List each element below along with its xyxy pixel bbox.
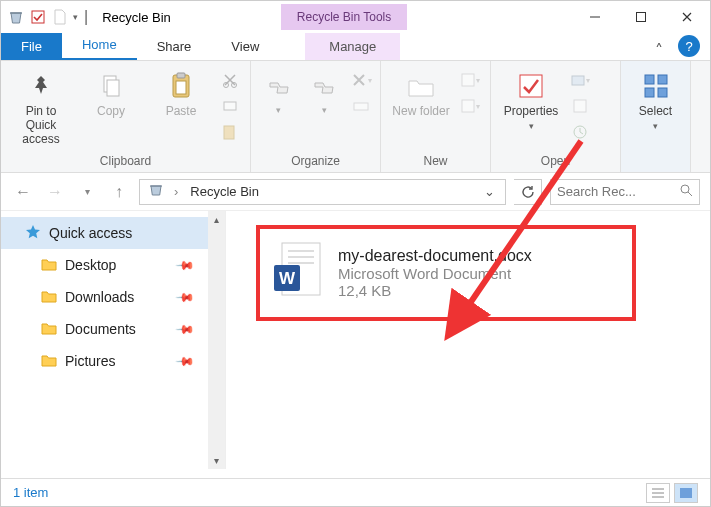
open-icon[interactable]: ▾ (569, 69, 591, 91)
tab-view[interactable]: View (211, 33, 279, 60)
folder-icon (41, 289, 57, 306)
qat-separator: | (84, 8, 88, 26)
pin-icon: 📌 (175, 319, 196, 340)
details-view-button[interactable] (646, 483, 670, 503)
copy-to-button[interactable]: ▾ (305, 65, 345, 115)
sidebar-item-desktop[interactable]: Desktop 📌 (1, 249, 225, 281)
tab-home[interactable]: Home (62, 31, 137, 60)
word-document-icon: W (272, 241, 324, 305)
copy-path-icon[interactable] (219, 95, 241, 117)
content-pane[interactable]: W my-dearest-document.docx Microsoft Wor… (226, 211, 710, 469)
forward-button[interactable]: → (43, 180, 67, 204)
group-label-select (629, 166, 682, 170)
folder-icon (41, 321, 57, 338)
window-controls (572, 1, 710, 33)
svg-rect-11 (224, 126, 234, 139)
svg-rect-12 (354, 103, 368, 110)
up-button[interactable]: ↑ (107, 180, 131, 204)
folder-icon (41, 353, 57, 370)
address-bar[interactable]: › Recycle Bin ⌄ (139, 179, 506, 205)
group-label-open: Open (499, 152, 612, 170)
svg-rect-2 (637, 13, 646, 22)
tab-manage[interactable]: Manage (305, 33, 400, 60)
svg-rect-35 (680, 488, 692, 498)
sidebar-item-label: Desktop (65, 257, 116, 273)
contextual-tools-label: Recycle Bin Tools (281, 4, 408, 30)
group-label-organize: Organize (259, 152, 372, 170)
group-label-new: New (389, 152, 482, 170)
sidebar-scrollbar[interactable]: ▴ ▾ (208, 211, 225, 469)
clipboard-small-buttons (219, 65, 241, 143)
back-button[interactable]: ← (11, 180, 35, 204)
ribbon-body: Pin to Quick access Copy Paste Clipboard… (1, 61, 710, 173)
svg-rect-13 (462, 74, 474, 86)
delete-icon[interactable]: ▾ (350, 69, 372, 91)
move-to-button[interactable]: ▾ (259, 65, 299, 115)
scroll-up-icon[interactable]: ▴ (208, 211, 225, 228)
svg-rect-19 (645, 75, 654, 84)
sidebar-item-downloads[interactable]: Downloads 📌 (1, 281, 225, 313)
tab-file[interactable]: File (1, 33, 62, 60)
ribbon-collapse-icon[interactable]: ˄ (644, 41, 674, 60)
svg-rect-4 (107, 80, 119, 96)
maximize-button[interactable] (618, 1, 664, 33)
edit-icon[interactable] (569, 95, 591, 117)
select-button[interactable]: Select ▾ (629, 65, 682, 131)
close-button[interactable] (664, 1, 710, 33)
svg-rect-17 (574, 100, 586, 112)
body-split: Quick access Desktop 📌 Downloads 📌 Docum… (1, 211, 710, 469)
history-icon[interactable] (569, 121, 591, 143)
rename-icon[interactable] (350, 95, 372, 117)
tab-share[interactable]: Share (137, 33, 212, 60)
navigation-pane: Quick access Desktop 📌 Downloads 📌 Docum… (1, 211, 226, 469)
search-box[interactable]: Search Rec... (550, 179, 700, 205)
document-qat-icon[interactable] (51, 8, 69, 26)
status-bar: 1 item (1, 478, 710, 506)
svg-rect-15 (520, 75, 542, 97)
cut-icon[interactable] (219, 69, 241, 91)
breadcrumb-chevron-icon[interactable]: › (168, 184, 184, 199)
qat-dropdown-icon[interactable]: ▾ (73, 12, 78, 22)
address-dropdown-icon[interactable]: ⌄ (478, 184, 501, 199)
paste-shortcut-icon[interactable] (219, 121, 241, 143)
svg-rect-6 (177, 73, 185, 78)
breadcrumb-location[interactable]: Recycle Bin (184, 184, 265, 199)
easy-access-icon[interactable]: ▾ (459, 95, 481, 117)
new-item-icon[interactable]: ▾ (459, 69, 481, 91)
svg-rect-14 (462, 100, 474, 112)
copy-button[interactable]: Copy (79, 65, 143, 119)
svg-rect-0 (32, 11, 44, 23)
minimize-button[interactable] (572, 1, 618, 33)
sidebar-item-label: Documents (65, 321, 136, 337)
search-placeholder: Search Rec... (557, 184, 636, 199)
new-folder-button[interactable]: New folder (389, 65, 453, 119)
pin-icon: 📌 (175, 287, 196, 308)
properties-qat-icon[interactable] (29, 8, 47, 26)
file-size: 12,4 KB (338, 282, 532, 299)
svg-line-24 (688, 192, 692, 196)
svg-rect-7 (176, 81, 186, 94)
quick-access-toolbar: ▾ | (1, 8, 96, 26)
thumbnails-view-button[interactable] (674, 483, 698, 503)
ribbon-group-organize: ▾ ▾ ▾ Organize (251, 61, 381, 172)
sidebar-item-documents[interactable]: Documents 📌 (1, 313, 225, 345)
help-icon[interactable]: ? (678, 35, 700, 57)
new-small-buttons: ▾ ▾ (459, 65, 481, 117)
scroll-down-icon[interactable]: ▾ (208, 452, 225, 469)
group-label-clipboard: Clipboard (9, 152, 242, 170)
paste-button[interactable]: Paste (149, 65, 213, 119)
pin-to-quick-access-button[interactable]: Pin to Quick access (9, 65, 73, 146)
properties-button[interactable]: Properties ▾ (499, 65, 563, 131)
sidebar-item-label: Pictures (65, 353, 116, 369)
file-type: Microsoft Word Document (338, 265, 532, 282)
star-icon (25, 224, 41, 243)
sidebar-item-pictures[interactable]: Pictures 📌 (1, 345, 225, 377)
svg-point-23 (681, 185, 689, 193)
svg-rect-16 (572, 76, 584, 85)
file-item[interactable]: W my-dearest-document.docx Microsoft Wor… (256, 225, 636, 321)
refresh-button[interactable] (514, 179, 542, 205)
svg-rect-22 (658, 88, 667, 97)
recent-locations-icon[interactable]: ▾ (75, 180, 99, 204)
open-small-buttons: ▾ (569, 65, 591, 143)
sidebar-item-quick-access[interactable]: Quick access (1, 217, 225, 249)
